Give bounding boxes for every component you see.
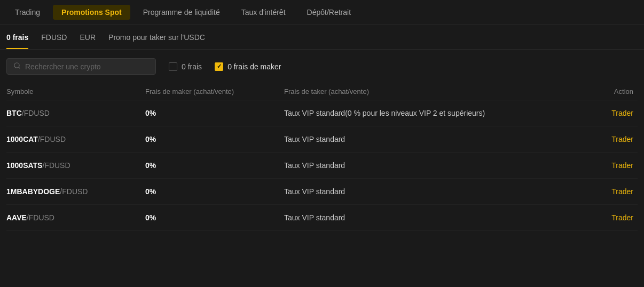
filter-zero-frais-label: 0 frais bbox=[182, 62, 202, 71]
data-table: Symbole Frais de maker (achat/vente) Fra… bbox=[0, 83, 644, 231]
action-trader-button[interactable]: Trader bbox=[574, 213, 638, 222]
search-box[interactable] bbox=[6, 58, 156, 75]
symbol-base: 1MBABYDOGE bbox=[6, 187, 60, 196]
taker-fee-cell: Taux VIP standard bbox=[284, 213, 574, 222]
nav-item-promotions-spot[interactable]: Promotions Spot bbox=[53, 5, 130, 20]
table-row: 1000SATS/FDUSD 0% Taux VIP standard Trad… bbox=[6, 153, 638, 179]
symbol-base: 1000CAT bbox=[6, 135, 38, 144]
taker-fee-cell: Taux VIP standard bbox=[284, 135, 574, 144]
symbol-quote: /FDUSD bbox=[42, 161, 70, 170]
nav-item-depot-retrait[interactable]: Dépôt/Retrait bbox=[299, 5, 359, 20]
symbol-cell: 1000CAT/FDUSD bbox=[6, 135, 145, 144]
nav-item-programme-liquidite[interactable]: Programme de liquidité bbox=[135, 5, 229, 20]
nav-item-trading[interactable]: Trading bbox=[6, 5, 49, 20]
svg-point-0 bbox=[14, 63, 19, 68]
taker-fee-cell: Taux VIP standard(0 % pour les niveaux V… bbox=[284, 109, 574, 117]
filter-zero-frais[interactable]: 0 frais bbox=[169, 62, 202, 71]
symbol-base: 1000SATS bbox=[6, 161, 42, 170]
header-frais-maker: Frais de maker (achat/vente) bbox=[145, 87, 284, 95]
maker-fee-cell: 0% bbox=[145, 135, 284, 144]
checkbox-zero-frais-maker[interactable] bbox=[215, 62, 223, 71]
header-symbole: Symbole bbox=[6, 87, 145, 95]
table-row: AAVE/FDUSD 0% Taux VIP standard Trader bbox=[6, 205, 638, 231]
sub-navigation: 0 frais FDUSD EUR Promo pour taker sur l… bbox=[0, 25, 644, 50]
maker-fee-cell: 0% bbox=[145, 109, 284, 117]
table-row: 1000CAT/FDUSD 0% Taux VIP standard Trade… bbox=[6, 126, 638, 153]
symbol-cell: 1MBABYDOGE/FDUSD bbox=[6, 187, 145, 196]
filter-zero-frais-maker[interactable]: 0 frais de maker bbox=[215, 62, 281, 71]
table-row: 1MBABYDOGE/FDUSD 0% Taux VIP standard Tr… bbox=[6, 179, 638, 205]
filter-zero-frais-maker-label: 0 frais de maker bbox=[227, 62, 281, 71]
sub-nav-promo-usdc[interactable]: Promo pour taker sur l'USDC bbox=[108, 26, 205, 49]
top-navigation: Trading Promotions Spot Programme de liq… bbox=[0, 0, 644, 25]
maker-fee-cell: 0% bbox=[145, 187, 284, 196]
symbol-base: BTC bbox=[6, 109, 22, 117]
symbol-base: AAVE bbox=[6, 213, 27, 222]
symbol-cell: 1000SATS/FDUSD bbox=[6, 161, 145, 170]
sub-nav-eur[interactable]: EUR bbox=[80, 26, 96, 49]
maker-fee-cell: 0% bbox=[145, 161, 284, 170]
action-trader-button[interactable]: Trader bbox=[574, 109, 638, 117]
symbol-quote: /FDUSD bbox=[38, 135, 66, 144]
action-trader-button[interactable]: Trader bbox=[574, 187, 638, 196]
sub-nav-fdusd[interactable]: FDUSD bbox=[41, 26, 67, 49]
svg-line-1 bbox=[19, 67, 20, 69]
header-action: Action bbox=[574, 87, 638, 95]
action-trader-button[interactable]: Trader bbox=[574, 161, 638, 170]
symbol-cell: BTC/FDUSD bbox=[6, 109, 145, 117]
header-frais-taker: Frais de taker (achat/vente) bbox=[284, 87, 574, 95]
action-trader-button[interactable]: Trader bbox=[574, 135, 638, 144]
checkbox-zero-frais[interactable] bbox=[169, 62, 177, 71]
table-header: Symbole Frais de maker (achat/vente) Fra… bbox=[6, 83, 638, 100]
search-input[interactable] bbox=[25, 62, 149, 71]
toolbar: 0 frais 0 frais de maker bbox=[0, 50, 644, 83]
taker-fee-cell: Taux VIP standard bbox=[284, 161, 574, 170]
symbol-cell: AAVE/FDUSD bbox=[6, 213, 145, 222]
table-row: BTC/FDUSD 0% Taux VIP standard(0 % pour … bbox=[6, 100, 638, 126]
taker-fee-cell: Taux VIP standard bbox=[284, 187, 574, 196]
symbol-quote: /FDUSD bbox=[27, 213, 54, 222]
maker-fee-cell: 0% bbox=[145, 213, 284, 222]
nav-item-taux-interet[interactable]: Taux d'intérêt bbox=[233, 5, 294, 20]
symbol-quote: /FDUSD bbox=[60, 187, 88, 196]
sub-nav-zero-frais[interactable]: 0 frais bbox=[6, 26, 28, 49]
symbol-quote: /FDUSD bbox=[22, 109, 50, 117]
search-icon bbox=[13, 62, 21, 71]
